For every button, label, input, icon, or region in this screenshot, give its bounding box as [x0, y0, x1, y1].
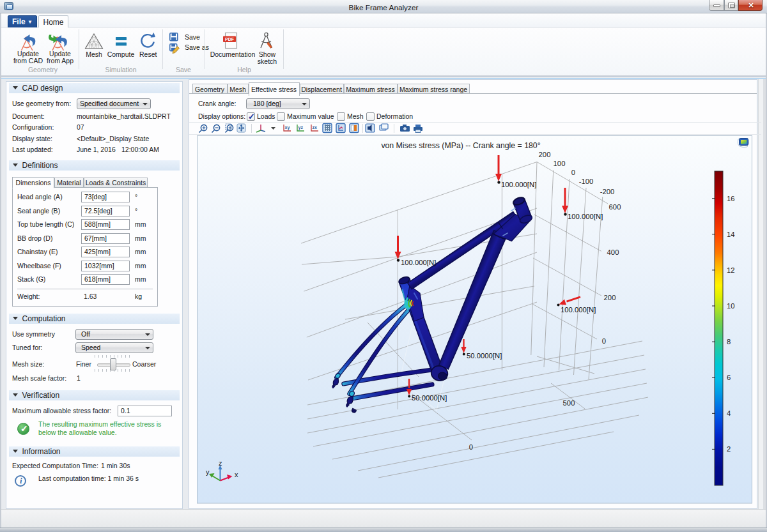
svg-text:0: 0 — [602, 337, 606, 345]
svg-text:100.000[N]: 100.000[N] — [401, 259, 436, 266]
svg-text:8: 8 — [727, 338, 731, 346]
svg-text:yz: yz — [298, 125, 304, 130]
svg-text:600: 600 — [609, 203, 621, 211]
svg-text:400: 400 — [607, 248, 619, 256]
svg-text:4: 4 — [727, 409, 731, 417]
svg-text:y: y — [206, 468, 210, 476]
svg-text:100: 100 — [554, 160, 566, 167]
svg-text:10: 10 — [727, 302, 735, 310]
svg-text:-100: -100 — [579, 178, 594, 185]
svg-text:500: 500 — [563, 399, 575, 407]
svg-text:50.0000[N]: 50.0000[N] — [412, 394, 447, 402]
svg-text:6: 6 — [727, 374, 731, 381]
svg-text:200: 200 — [604, 294, 616, 301]
svg-text:100.000[N]: 100.000[N] — [501, 181, 536, 188]
svg-text:16: 16 — [727, 195, 735, 202]
svg-text:0: 0 — [469, 443, 473, 451]
svg-text:14: 14 — [727, 231, 735, 238]
svg-text:von Mises stress (MPa) -- Cran: von Mises stress (MPa) -- Crank angle = … — [381, 141, 540, 150]
svg-text:PDF: PDF — [225, 37, 235, 42]
svg-text:100.000[N]: 100.000[N] — [561, 306, 596, 314]
svg-text:xy: xy — [285, 125, 290, 130]
svg-text:zx: zx — [313, 125, 318, 130]
svg-text:-200: -200 — [600, 188, 615, 195]
svg-text:2: 2 — [727, 445, 731, 453]
svg-text:50.0000[N]: 50.0000[N] — [467, 352, 502, 360]
svg-text:z: z — [219, 459, 222, 467]
svg-text:100.000[N]: 100.000[N] — [568, 213, 603, 220]
svg-text:x: x — [235, 471, 238, 478]
svg-text:12: 12 — [727, 266, 735, 274]
svg-text:0: 0 — [571, 169, 575, 176]
svg-text:200: 200 — [539, 151, 551, 158]
